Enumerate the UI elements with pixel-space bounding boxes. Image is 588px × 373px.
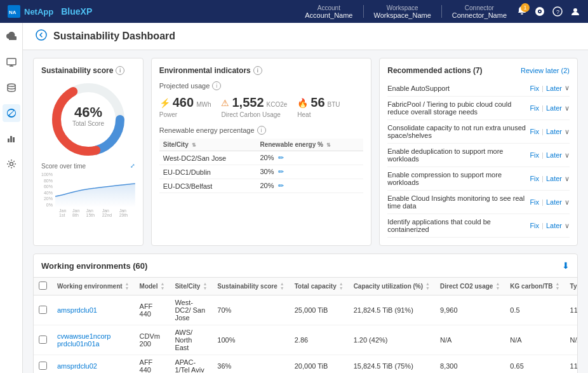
working-environments-table: Working environment▲▼ Model▲▼ Site/City▲… <box>34 278 577 373</box>
fix-link[interactable]: Fix <box>530 222 539 229</box>
sidebar-icon-settings[interactable] <box>3 155 20 173</box>
renewable-site: EU-DC3/Belfast <box>159 179 257 193</box>
table-row: cvwawsue1ncorp prdclu01n01a CDVm 200 AWS… <box>34 325 577 355</box>
row-env-name: cvwawsue1ncorp prdclu01n01a <box>52 325 135 355</box>
power-value: 460 MWh <box>173 95 211 110</box>
th-score[interactable]: Sustainability score▲▼ <box>212 278 289 295</box>
row-typical-kwh: 11,895 <box>565 355 577 374</box>
row-checkbox[interactable] <box>34 325 52 355</box>
th-site[interactable]: Site/City▲▼ <box>170 278 212 295</box>
help-icon[interactable]: ? <box>552 6 563 17</box>
later-link[interactable]: Later <box>546 175 562 182</box>
select-all-col[interactable] <box>34 278 52 295</box>
edit-renewable-icon[interactable]: ✏ <box>278 168 284 175</box>
select-all-checkbox[interactable] <box>39 281 47 290</box>
workspace-selector[interactable]: Workspace Workspace_Name <box>374 4 431 19</box>
row-env-name: amsprdclu02 <box>52 355 135 374</box>
renewable-col-header[interactable]: Renewable energy % ⇅ <box>256 139 363 151</box>
fix-link[interactable]: Fix <box>530 175 539 182</box>
row-checkbox[interactable] <box>34 355 52 374</box>
page-title: Sustainability Dashboard <box>53 31 175 42</box>
sidebar-icon-cloud[interactable] <box>3 28 20 46</box>
env-card-title: Environmental indicators i <box>159 66 364 75</box>
renewable-info-icon[interactable]: i <box>257 126 266 135</box>
svg-rect-5 <box>7 58 16 65</box>
later-link[interactable]: Later <box>546 222 562 229</box>
action-item: Enable deduplication to support more wor… <box>387 144 570 167</box>
action-chevron-icon[interactable]: ∨ <box>565 198 570 207</box>
notifications-bell[interactable]: 1 <box>517 6 527 17</box>
action-chevron-icon[interactable]: ∨ <box>565 84 570 92</box>
product-name: BlueXP <box>61 6 92 17</box>
env-link[interactable]: cvwawsue1ncorp prdclu01n01a <box>57 332 110 348</box>
env-link[interactable]: amsprdclu01 <box>57 306 97 314</box>
later-link[interactable]: Later <box>546 85 562 92</box>
row-co2: 8,300 <box>435 355 505 374</box>
chart-x-labels: Jan 1stJan 8thJan 15thJan 22ndJan 29th <box>59 208 135 217</box>
score-card-title: Sustainability score i <box>41 66 135 75</box>
user-icon[interactable] <box>570 6 580 17</box>
later-link[interactable]: Later <box>546 104 562 112</box>
back-icon[interactable] <box>36 29 47 43</box>
action-links: Fix | Later ∨ <box>530 104 570 112</box>
score-line-chart <box>55 172 135 207</box>
action-text: Identify applications that could be cont… <box>387 218 530 233</box>
th-kg-carbon[interactable]: KG carbon/TB▲▼ <box>505 278 565 295</box>
projected-info-icon[interactable]: i <box>212 81 221 90</box>
action-chevron-icon[interactable]: ∨ <box>565 128 570 136</box>
fix-link[interactable]: Fix <box>530 198 539 206</box>
renewable-label: Renewable energy percentage i <box>159 126 364 135</box>
row-typical-kwh: 11,895 <box>565 295 577 325</box>
connector-selector[interactable]: Connector Connector_Name <box>452 4 507 19</box>
edit-renewable-icon[interactable]: ✏ <box>278 154 284 161</box>
row-kg-carbon: 0.5 <box>505 295 565 325</box>
later-link[interactable]: Later <box>546 198 562 206</box>
row-model: AFF 440 <box>135 355 170 374</box>
working-environments-section: Working environments (60) ⬇ Working envi… <box>33 254 578 373</box>
later-link[interactable]: Later <box>546 128 562 135</box>
fix-link[interactable]: Fix <box>530 128 539 135</box>
action-chevron-icon[interactable]: ∨ <box>565 175 570 183</box>
table-row: amsprdclu01 AFF 440 West-DC2/ San Jose 7… <box>34 295 577 325</box>
action-item: Consolidate capacity to not run extra un… <box>387 120 570 144</box>
action-item: Identify applications that could be cont… <box>387 214 570 238</box>
action-chevron-icon[interactable]: ∨ <box>565 222 570 230</box>
top-navigation: NA NetApp BlueXP Account Account_Name Wo… <box>0 0 588 23</box>
fix-link[interactable]: Fix <box>530 104 539 112</box>
th-utilization[interactable]: Capacity utilization (%)▲▼ <box>349 278 435 295</box>
download-icon[interactable]: ⬇ <box>562 261 570 271</box>
sidebar-icon-chart[interactable] <box>3 130 20 147</box>
row-site: West-DC2/ San Jose <box>170 295 212 325</box>
table-row: amsprdclu02 AFF 440 APAC-1/Tel Aviv 36% … <box>34 355 577 374</box>
score-time-title: Score over time ⤢ <box>41 163 135 170</box>
site-col-header[interactable]: Site/City ⇅ <box>159 139 257 151</box>
later-link[interactable]: Later <box>546 151 562 159</box>
settings-icon[interactable] <box>535 6 545 17</box>
th-capacity[interactable]: Total capacity▲▼ <box>290 278 349 295</box>
fix-link[interactable]: Fix <box>530 85 539 92</box>
account-selector[interactable]: Account Account_Name <box>305 4 352 19</box>
metrics-row: ⚡ 460 MWh Power ⚠ 1,552 <box>159 95 364 118</box>
sidebar-icon-sustainability[interactable] <box>3 104 20 122</box>
edit-renewable-icon[interactable]: ✏ <box>278 182 284 189</box>
sidebar-icon-database[interactable] <box>3 79 20 97</box>
action-chevron-icon[interactable]: ∨ <box>565 104 570 112</box>
expand-chart-icon[interactable]: ⤢ <box>130 163 135 170</box>
row-checkbox[interactable] <box>34 295 52 325</box>
th-typical-kwh[interactable]: Typical kWh usage▲▼ <box>565 278 577 295</box>
th-co2[interactable]: Direct CO2 usage▲▼ <box>435 278 505 295</box>
svg-point-7 <box>10 163 13 166</box>
action-chevron-icon[interactable]: ∨ <box>565 151 570 159</box>
env-info-icon[interactable]: i <box>253 66 262 75</box>
th-model[interactable]: Model▲▼ <box>135 278 170 295</box>
th-working-env[interactable]: Working environment▲▼ <box>52 278 135 295</box>
row-kg-carbon: 0.65 <box>505 355 565 374</box>
fix-link[interactable]: Fix <box>530 151 539 159</box>
power-metric: ⚡ 460 MWh Power <box>159 95 211 118</box>
score-info-icon[interactable]: i <box>116 66 124 75</box>
env-link[interactable]: amsprdclu02 <box>57 362 97 370</box>
review-later-link[interactable]: Review later (2) <box>521 67 570 74</box>
action-text: Enable compression to support more workl… <box>387 171 530 186</box>
power-icon: ⚡ <box>159 98 170 108</box>
sidebar-icon-monitor[interactable] <box>3 53 20 71</box>
